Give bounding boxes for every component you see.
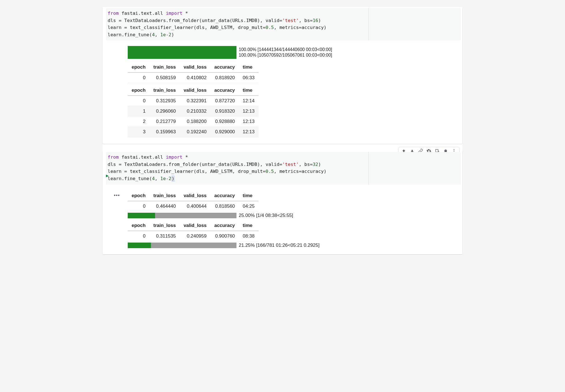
cell1-code-editor[interactable]: from fastai.text.all import * dls = Text… bbox=[106, 8, 461, 40]
progress-label: 100.00% [144441344/144440600 00:03<00:00… bbox=[239, 47, 332, 52]
col-accuracy: accuracy bbox=[211, 85, 239, 96]
code-ruler bbox=[368, 152, 369, 184]
col-train-loss: train_loss bbox=[149, 62, 180, 72]
table-row: 00.3115350.2409590.90076008:38 bbox=[128, 231, 259, 241]
output-menu-icon[interactable]: ••• bbox=[114, 193, 120, 199]
col-accuracy: accuracy bbox=[211, 62, 239, 72]
cell2-code[interactable]: from fastai.text.all import * dls = Text… bbox=[108, 154, 459, 182]
col-time: time bbox=[239, 62, 259, 72]
col-epoch: epoch bbox=[128, 85, 149, 96]
col-epoch: epoch bbox=[128, 62, 149, 72]
col-valid-loss: valid_loss bbox=[180, 85, 210, 96]
table-row: 30.1599630.1922400.92900012:13 bbox=[128, 127, 259, 137]
cell2-phase2-table: epochtrain_lossvalid_lossaccuracytime 00… bbox=[128, 221, 259, 241]
cell2-batch-progress: 21.25% [166/781 01:26<05:21 0.2925] bbox=[128, 243, 460, 248]
table-row: 00.3129350.3223910.87272012:14 bbox=[128, 96, 259, 106]
progress-label: 25.00% [1/4 08:38<25:55] bbox=[239, 213, 293, 218]
col-valid-loss: valid_loss bbox=[180, 62, 210, 72]
cell1-code[interactable]: from fastai.text.all import * dls = Text… bbox=[108, 10, 459, 38]
col-train-loss: train_loss bbox=[149, 85, 180, 96]
cell1-phase1-table: epoch train_loss valid_loss accuracy tim… bbox=[128, 62, 259, 83]
progress-label: 100.00% [105070592/105067061 00:03<00:00… bbox=[239, 53, 332, 58]
code-cell-2: ▶ from fastai.text.all import * dls = Te… bbox=[103, 151, 462, 254]
cell1-download-progress: 100.00% [144441344/144440600 00:03<00:00… bbox=[128, 46, 460, 59]
table-row: 0 0.508159 0.410802 0.818920 06:33 bbox=[128, 72, 259, 83]
cell2-code-editor[interactable]: ▶ from fastai.text.all import * dls = Te… bbox=[106, 152, 461, 184]
cell1-phase2-table: epoch train_loss valid_loss accuracy tim… bbox=[128, 85, 259, 137]
cell2-phase1-table: epochtrain_lossvalid_lossaccuracytime 00… bbox=[128, 191, 259, 212]
table-row: 10.2960600.2103320.91832012:13 bbox=[128, 106, 259, 117]
cell2-output: epochtrain_lossvalid_lossaccuracytime 00… bbox=[103, 185, 462, 254]
table-row: 00.4644400.4006440.81856004:25 bbox=[128, 201, 259, 212]
code-ruler bbox=[368, 8, 369, 40]
table-row: 20.2127790.1882000.92888012:13 bbox=[128, 117, 259, 127]
col-time: time bbox=[239, 85, 259, 96]
code-cell-1: ✓ 1h [5] from fastai.text.all import * d… bbox=[103, 7, 462, 144]
cell1-output: 100.00% [144441344/144440600 00:03<00:00… bbox=[103, 40, 462, 144]
cell2-epoch-progress: 25.00% [1/4 08:38<25:55] bbox=[128, 213, 460, 218]
svg-point-0 bbox=[454, 149, 455, 150]
cursor-line-indicator-icon: ▶ bbox=[106, 174, 108, 178]
progress-label: 21.25% [166/781 01:26<05:21 0.2925] bbox=[239, 243, 320, 248]
